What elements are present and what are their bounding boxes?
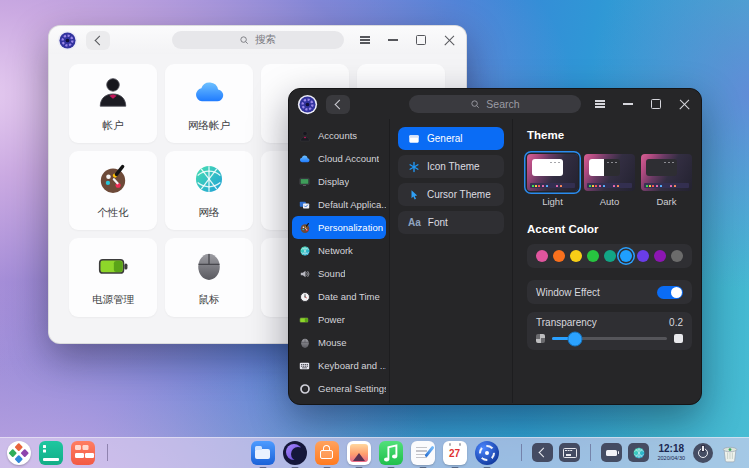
sidebar-item-keyboard[interactable]: Keyboard and ... <box>292 354 386 377</box>
clock-date: 2020/04/30 <box>657 456 685 462</box>
back-button[interactable] <box>326 95 350 114</box>
theme-preview-auto <box>584 154 635 191</box>
mouse-icon <box>192 249 226 283</box>
accent-dot-blue[interactable] <box>620 250 632 262</box>
sidebar-item-cloud-account[interactable]: Cloud Account <box>292 147 386 170</box>
accent-dot-purple[interactable] <box>654 250 666 262</box>
transparent-end-icon <box>536 334 545 343</box>
keyboard-layout-button[interactable] <box>559 443 580 462</box>
maximize-icon[interactable] <box>414 33 428 47</box>
theme-option-light[interactable]: Light <box>527 154 578 207</box>
search-input[interactable]: Search <box>409 95 581 113</box>
image-viewer-button[interactable] <box>347 441 371 465</box>
opaque-end-icon <box>674 334 683 343</box>
card-mouse[interactable]: 鼠标 <box>165 238 253 317</box>
file-manager-button[interactable] <box>251 441 275 465</box>
date-time-icon <box>299 291 311 303</box>
dock-separator <box>590 444 591 461</box>
accent-dot-teal[interactable] <box>604 250 616 262</box>
card-network[interactable]: 网络 <box>165 151 253 230</box>
card-accounts[interactable]: 帐户 <box>69 64 157 143</box>
icon-theme-icon <box>408 161 420 173</box>
control-center-button[interactable] <box>475 441 499 465</box>
account-icon <box>96 75 130 109</box>
card-personalization[interactable]: 个性化 <box>69 151 157 230</box>
music-button[interactable] <box>379 441 403 465</box>
mouse-icon <box>299 337 311 349</box>
sidebar-item-network[interactable]: Network <box>292 239 386 262</box>
app-store-button[interactable] <box>315 441 339 465</box>
general-settings-icon <box>299 383 311 395</box>
display-icon <box>298 176 311 188</box>
accent-color-heading: Accent Color <box>527 223 692 235</box>
calendar-button[interactable]: 27 <box>443 441 467 465</box>
sidebar: Accounts Cloud Account Display Default A… <box>289 119 390 403</box>
back-button[interactable] <box>86 31 110 50</box>
close-icon[interactable] <box>442 33 456 47</box>
dock-apps-group: 27 <box>251 441 499 465</box>
transparency-slider[interactable] <box>552 337 667 340</box>
menu-icon[interactable] <box>593 97 607 111</box>
sidebar-item-general-settings[interactable]: General Settings <box>292 377 386 400</box>
sidebar-item-display[interactable]: Display <box>292 170 386 193</box>
cursor-theme-icon <box>408 189 420 201</box>
accent-dot-pink[interactable] <box>536 250 548 262</box>
control-center-window-en: Search Accounts Cloud Account Display De… <box>288 88 702 405</box>
control-center-logo-icon <box>297 94 318 115</box>
browser-button[interactable] <box>283 441 307 465</box>
sidebar-item-mouse[interactable]: Mouse <box>292 331 386 354</box>
accent-dot-yellow[interactable] <box>570 250 582 262</box>
window-controls <box>358 33 456 47</box>
accounts-icon <box>299 130 311 142</box>
card-power[interactable]: 电源管理 <box>69 238 157 317</box>
tab-cursor-theme[interactable]: Cursor Theme <box>398 183 504 206</box>
clock-time: 12:18 <box>657 444 685 454</box>
card-cloud-account[interactable]: 网络帐户 <box>165 64 253 143</box>
minimize-icon[interactable] <box>386 33 400 47</box>
sidebar-item-personalization[interactable]: Personalization <box>292 216 386 239</box>
battery-button[interactable] <box>601 443 622 462</box>
theme-option-dark[interactable]: Dark <box>641 154 692 207</box>
slider-handle[interactable] <box>568 331 583 346</box>
tab-general[interactable]: General <box>398 127 504 150</box>
close-icon[interactable] <box>677 97 691 111</box>
collapse-tray-button[interactable] <box>532 443 553 462</box>
trash-button[interactable] <box>719 442 741 464</box>
subnav: General Icon Theme Cursor Theme AaFont <box>390 119 513 403</box>
window-effect-row: Window Effect <box>527 280 692 304</box>
network-button[interactable] <box>628 443 649 462</box>
maximize-icon[interactable] <box>649 97 663 111</box>
accent-dot-orange[interactable] <box>553 250 565 262</box>
titlebar: Search <box>289 89 701 119</box>
text-editor-button[interactable] <box>411 441 435 465</box>
sidebar-item-date-time[interactable]: Date and Time <box>292 285 386 308</box>
cloud-account-icon <box>298 153 311 165</box>
show-desktop-button[interactable] <box>39 441 63 465</box>
show-desktop-icon <box>39 441 63 465</box>
accent-dot-violet[interactable] <box>637 250 649 262</box>
sidebar-item-sound[interactable]: Sound <box>292 262 386 285</box>
keyboard-layout-icon <box>563 448 577 458</box>
multitasking-view-button[interactable] <box>71 441 95 465</box>
theme-option-auto[interactable]: Auto <box>584 154 635 207</box>
launcher-button[interactable] <box>7 441 31 465</box>
clock[interactable]: 12:18 2020/04/30 <box>657 444 685 461</box>
sidebar-item-default-applications[interactable]: Default Applica... <box>292 193 386 216</box>
cloud-account-icon <box>191 75 227 109</box>
menu-icon[interactable] <box>358 33 372 47</box>
window-effect-toggle[interactable] <box>657 286 683 299</box>
sidebar-item-power[interactable]: Power <box>292 308 386 331</box>
theme-heading: Theme <box>527 129 692 141</box>
accent-dot-gray[interactable] <box>671 250 683 262</box>
tab-icon-theme[interactable]: Icon Theme <box>398 155 504 178</box>
personalization-icon <box>299 222 311 234</box>
dock-tray-group: 12:18 2020/04/30 <box>517 442 741 464</box>
search-input[interactable]: 搜索 <box>172 31 344 49</box>
minimize-icon[interactable] <box>621 97 635 111</box>
tab-font[interactable]: AaFont <box>398 211 504 234</box>
shutdown-button[interactable] <box>693 443 713 463</box>
dock: 27 12:18 2020/04/30 <box>0 437 749 468</box>
sidebar-item-accounts[interactable]: Accounts <box>292 124 386 147</box>
accent-dot-green[interactable] <box>587 250 599 262</box>
search-icon <box>239 35 250 46</box>
